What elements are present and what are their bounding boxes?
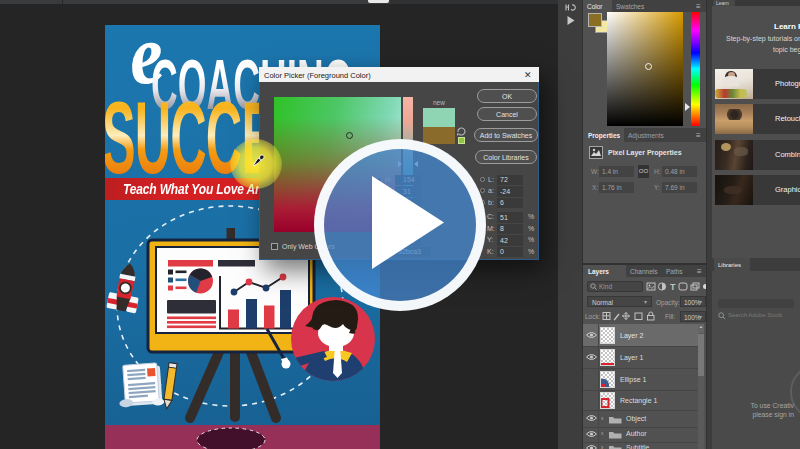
svg-text:T: T — [670, 282, 676, 292]
